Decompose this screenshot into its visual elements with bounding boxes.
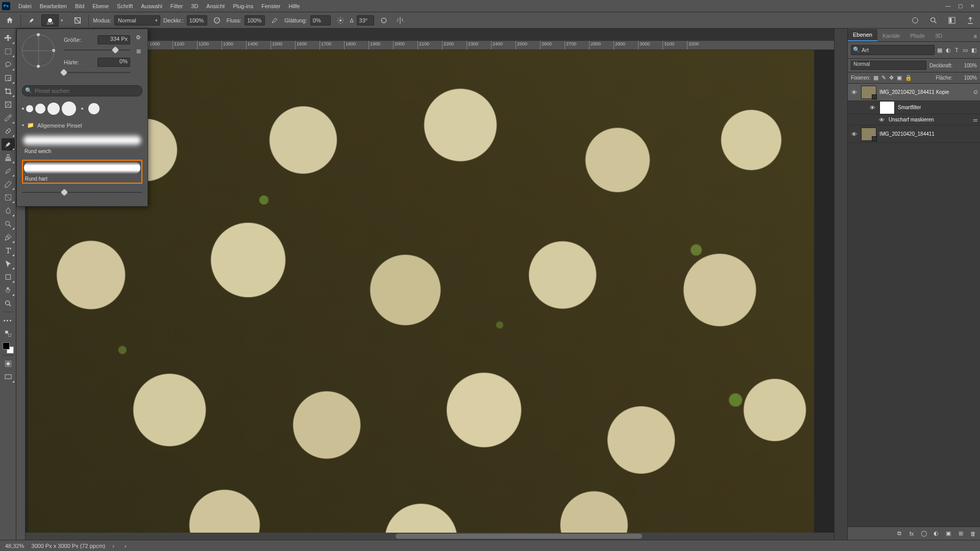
brush-preset-hard[interactable]: Rund hart — [22, 160, 142, 184]
filter-name[interactable]: Unscharf maskieren — [889, 117, 934, 122]
color-swatches[interactable] — [3, 342, 14, 354]
preset-small[interactable] — [26, 105, 33, 112]
tab-pfade[interactable]: Pfade — [905, 30, 930, 41]
lock-all-icon[interactable]: 🔒 — [905, 74, 912, 81]
menu-plugins[interactable]: Plug-ins — [229, 0, 257, 12]
menu-3d[interactable]: 3D — [187, 0, 202, 12]
zoom-value[interactable]: 48,32% — [5, 543, 24, 549]
brush-preset-soft[interactable]: Rund weich — [22, 133, 142, 156]
canvas[interactable] — [26, 50, 847, 540]
preset-med[interactable] — [35, 104, 45, 114]
crop-tool[interactable] — [2, 85, 15, 97]
stamp-tool[interactable] — [2, 152, 15, 164]
more-tools-icon[interactable]: ••• — [2, 314, 15, 327]
hardness-field[interactable]: 0% — [97, 58, 130, 67]
gear-icon[interactable]: ⚙ — [134, 34, 142, 41]
brush-folder[interactable]: ▾ 📁 Allgemeine Pinsel — [22, 122, 142, 129]
mask-icon[interactable]: ◯ — [920, 530, 928, 537]
filter-pixel-icon[interactable]: ▦ — [937, 45, 943, 55]
brush-preset-picker[interactable]: 334 — [41, 14, 59, 27]
menu-ebene[interactable]: Ebene — [88, 0, 113, 12]
window-maximize-icon[interactable]: ▢ — [954, 2, 966, 10]
preset-hard[interactable] — [88, 103, 100, 114]
screenmode-icon[interactable] — [2, 371, 15, 383]
window-minimize-icon[interactable]: — — [942, 2, 953, 10]
brush-search-input[interactable] — [22, 85, 142, 96]
filter-options-icon[interactable]: ⚌ — [973, 116, 978, 123]
share-icon[interactable] — [964, 14, 977, 27]
history-brush-tool[interactable] — [2, 165, 15, 177]
smartfilter-row[interactable]: 👁 Smartfilter — [848, 101, 980, 114]
smoothing-options-icon[interactable] — [334, 14, 347, 27]
home-icon[interactable] — [3, 14, 16, 27]
visibility-icon[interactable]: 👁 — [850, 131, 858, 137]
lock-pixels-icon[interactable]: ✎ — [881, 74, 886, 81]
visibility-icon[interactable]: 👁 — [850, 89, 858, 95]
blur-tool[interactable] — [2, 205, 15, 217]
fill-value[interactable]: 100% — [955, 75, 977, 81]
menu-bild[interactable]: Bild — [71, 0, 88, 12]
opacity-value[interactable]: 100% — [955, 63, 977, 68]
menu-bearbeiten[interactable]: Bearbeiten — [36, 0, 71, 12]
layer-row[interactable]: 👁 IMG_20210420_184411 Kopie ⊙ — [848, 84, 980, 101]
panel-dock[interactable] — [834, 29, 847, 540]
pressure-opacity-icon[interactable] — [210, 14, 224, 27]
preview-size-slider[interactable] — [22, 189, 142, 196]
group-icon[interactable]: ▣ — [944, 530, 952, 537]
tab-kanaele[interactable]: Kanäle — [877, 30, 905, 41]
trash-icon[interactable]: 🗑 — [969, 531, 977, 537]
gradient-tool[interactable] — [2, 191, 15, 204]
layer-thumb[interactable] — [861, 128, 876, 141]
panel-menu-icon[interactable]: ≡ — [971, 31, 980, 41]
scrollbar-horizontal[interactable] — [26, 533, 847, 540]
status-chevron-icon[interactable]: › — [112, 543, 114, 549]
brush-angle-control[interactable] — [22, 34, 55, 67]
edit-toolbar-icon[interactable] — [2, 328, 15, 340]
new-layer-icon[interactable]: ⊞ — [957, 530, 965, 537]
workspace-icon[interactable] — [945, 14, 959, 27]
type-tool[interactable] — [2, 244, 15, 257]
tab-ebenen[interactable]: Ebenen — [848, 29, 877, 41]
preset-tiny-icon[interactable] — [22, 108, 24, 110]
search-icon[interactable] — [927, 14, 940, 27]
filter-smart-icon[interactable]: ◧ — [970, 45, 977, 55]
docsize-value[interactable]: 3000 Px x 3000 Px (72 ppcm) — [31, 543, 105, 549]
menu-hilfe[interactable]: Hilfe — [284, 0, 304, 12]
blend-mode-select[interactable]: Normal — [851, 61, 926, 70]
healing-tool[interactable] — [2, 125, 15, 137]
link-icon[interactable]: ⧉ — [895, 530, 903, 537]
layer-thumb[interactable] — [861, 86, 876, 99]
eyedropper-tool[interactable] — [2, 112, 15, 124]
menu-auswahl[interactable]: Auswahl — [137, 0, 166, 12]
shape-tool[interactable] — [2, 271, 15, 283]
preset-large[interactable] — [47, 103, 60, 115]
fx-icon[interactable]: fx — [908, 531, 916, 537]
quickmask-icon[interactable] — [2, 358, 15, 370]
filter-adjust-icon[interactable]: ◐ — [945, 45, 952, 55]
menu-schrift[interactable]: Schrift — [113, 0, 137, 12]
filter-item-row[interactable]: 👁 Unscharf maskieren ⚌ — [848, 114, 980, 126]
opacity-field[interactable]: 100% — [187, 15, 207, 26]
filter-shape-icon[interactable]: ▭ — [962, 45, 969, 55]
smoothing-field[interactable]: 0% — [310, 15, 331, 26]
brush-tool-icon[interactable] — [25, 14, 38, 27]
adjustment-icon[interactable]: ◐ — [932, 530, 940, 537]
size-slider[interactable] — [64, 46, 130, 54]
menu-ansicht[interactable]: Ansicht — [202, 0, 229, 12]
symmetry-icon[interactable] — [394, 14, 407, 27]
brush-settings-icon[interactable] — [71, 14, 84, 27]
brush-tool[interactable] — [2, 138, 15, 151]
pen-tool[interactable] — [2, 231, 15, 243]
eraser-tool[interactable] — [2, 178, 15, 190]
window-close-icon[interactable]: ✕ — [967, 2, 978, 10]
menu-filter[interactable]: Filter — [166, 0, 187, 12]
lock-transparency-icon[interactable]: ▦ — [873, 74, 878, 81]
visibility-icon[interactable]: 👁 — [868, 105, 876, 111]
filter-mask-thumb[interactable] — [879, 101, 895, 114]
hand-tool[interactable] — [2, 284, 15, 296]
menu-fenster[interactable]: Fenster — [257, 0, 284, 12]
layer-name[interactable]: IMG_20210420_184411 Kopie — [879, 89, 949, 95]
preset-xl[interactable] — [62, 102, 76, 116]
layer-filter-input[interactable] — [851, 45, 935, 55]
blend-mode-select[interactable]: Normal — [114, 15, 160, 26]
